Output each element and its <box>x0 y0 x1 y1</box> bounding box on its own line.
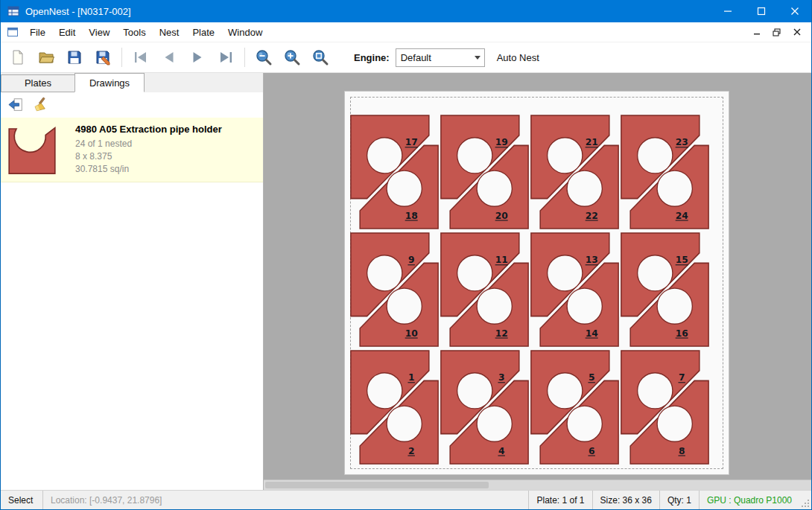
mdi-restore-button[interactable] <box>767 25 787 39</box>
app-window: OpenNest - [N0317-002] File Edit View To… <box>0 0 812 510</box>
nest-pair[interactable]: 78 <box>620 349 710 465</box>
nest-pair[interactable]: 1718 <box>349 114 440 230</box>
pipe-notch <box>477 406 512 442</box>
clean-broom-button[interactable] <box>28 94 51 116</box>
part-number: 6 <box>589 444 595 456</box>
scrollbar-thumb[interactable] <box>265 482 489 488</box>
last-plate-button[interactable] <box>212 44 240 71</box>
pipe-notch <box>457 138 492 173</box>
pipe-notch <box>548 138 583 173</box>
engine-select[interactable]: Default <box>396 48 485 67</box>
resize-grip[interactable] <box>799 491 811 509</box>
previous-plate-button[interactable] <box>155 44 183 71</box>
main-toolbar: Engine: Default Auto Nest <box>1 42 811 73</box>
close-button[interactable] <box>778 0 811 22</box>
auto-nest-button[interactable]: Auto Nest <box>497 52 539 63</box>
zoom-in-button[interactable] <box>278 44 306 71</box>
engine-label: Engine: <box>354 52 390 63</box>
status-mode: Select <box>1 491 43 509</box>
part-number: 21 <box>586 136 598 147</box>
nest-pair[interactable]: 34 <box>440 349 530 465</box>
pipe-notch <box>457 255 492 291</box>
part-number: 18 <box>405 209 418 220</box>
pipe-notch <box>387 288 422 324</box>
zoom-out-button[interactable] <box>250 44 278 71</box>
pipe-notch <box>657 170 692 206</box>
menu-file[interactable]: File <box>23 24 52 41</box>
save-edit-button[interactable] <box>89 44 117 71</box>
next-plate-button[interactable] <box>183 44 212 71</box>
sidebar-tabs: Plates Drawings <box>1 73 263 92</box>
tab-plates[interactable]: Plates <box>1 74 75 92</box>
pipe-notch <box>638 138 673 173</box>
content-area: Plates Drawings <box>1 73 811 490</box>
part-number: 9 <box>408 254 415 265</box>
engine-selected-value: Default <box>396 52 431 63</box>
part-number: 13 <box>586 254 598 265</box>
pipe-notch <box>477 170 512 206</box>
drawing-area: 30.7815 sq/in <box>75 163 257 176</box>
mdi-close-button[interactable] <box>787 25 807 39</box>
part-number: 20 <box>495 209 508 220</box>
plate-cells: 171819202122232491011121314151612345678 <box>349 114 710 465</box>
nest-pair[interactable]: 1112 <box>440 232 530 348</box>
pipe-notch <box>367 373 402 409</box>
pipe-notch <box>548 255 583 291</box>
nest-pair[interactable]: 1516 <box>620 232 710 348</box>
nest-pair[interactable]: 12 <box>349 349 440 465</box>
toolbar-separator <box>244 48 245 67</box>
part-number: 4 <box>498 444 505 456</box>
nest-pair[interactable]: 56 <box>530 349 620 465</box>
menubar: File Edit View Tools Nest Plate Window <box>1 22 811 42</box>
pipe-notch <box>567 170 602 206</box>
window-title: OpenNest - [N0317-002] <box>25 6 131 17</box>
part-number: 22 <box>586 209 598 220</box>
menu-window[interactable]: Window <box>221 24 269 41</box>
horizontal-scrollbar[interactable] <box>264 479 811 490</box>
part-number: 23 <box>676 136 688 147</box>
first-plate-button[interactable] <box>127 44 155 71</box>
menu-view[interactable]: View <box>82 24 116 41</box>
menu-tools[interactable]: Tools <box>116 24 152 41</box>
zoom-fit-button[interactable] <box>306 44 334 71</box>
nest-pair[interactable]: 2324 <box>620 114 710 230</box>
part-number: 1 <box>408 372 415 383</box>
new-button[interactable] <box>4 44 32 71</box>
save-button[interactable] <box>60 44 89 71</box>
nest-canvas[interactable]: 171819202122232491011121314151612345678 <box>264 73 811 490</box>
part-number: 3 <box>498 372 505 383</box>
status-qty: Qty: 1 <box>659 491 699 509</box>
nest-pair[interactable]: 1314 <box>530 232 620 348</box>
maximize-button[interactable] <box>744 0 778 22</box>
titlebar: OpenNest - [N0317-002] <box>1 0 811 22</box>
mdi-minimize-button[interactable] <box>746 25 767 39</box>
pipe-notch <box>567 288 602 324</box>
nest-pair[interactable]: 2122 <box>530 114 620 230</box>
drawing-item[interactable]: 4980 A05 Extraction pipe holder 24 of 1 … <box>1 118 263 182</box>
app-icon <box>7 5 19 17</box>
tab-drawings[interactable]: Drawings <box>74 73 145 92</box>
drawing-list: 4980 A05 Extraction pipe holder 24 of 1 … <box>1 118 263 490</box>
menu-edit[interactable]: Edit <box>52 24 82 41</box>
pipe-notch <box>367 138 402 173</box>
drawing-nested-count: 24 of 1 nested <box>75 138 257 150</box>
menu-nest[interactable]: Nest <box>153 24 186 41</box>
menu-plate[interactable]: Plate <box>185 24 221 41</box>
part-number: 5 <box>589 372 595 383</box>
pipe-notch <box>457 373 492 409</box>
part-number: 10 <box>405 327 418 338</box>
pipe-notch <box>387 170 422 206</box>
part-number: 12 <box>495 327 508 338</box>
mdi-window-controls <box>746 25 811 39</box>
nest-pair[interactable]: 1920 <box>440 114 530 230</box>
send-to-nest-button[interactable] <box>4 94 28 116</box>
part-number: 19 <box>495 136 508 147</box>
open-button[interactable] <box>32 44 60 71</box>
pipe-notch <box>657 288 692 324</box>
drawing-dimensions: 8 x 8.375 <box>75 150 257 163</box>
part-number: 16 <box>676 327 688 338</box>
pipe-notch <box>477 288 512 324</box>
window-controls <box>711 0 811 22</box>
nest-pair[interactable]: 910 <box>349 232 440 348</box>
minimize-button[interactable] <box>711 0 744 22</box>
